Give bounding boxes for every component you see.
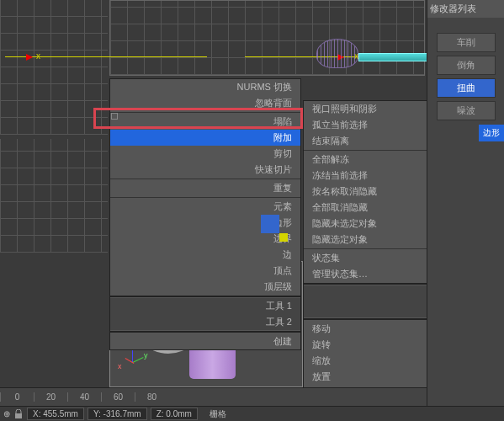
menu-item-edge[interactable]: 边 bbox=[110, 247, 300, 263]
modifier-noise-button[interactable]: 噪波 bbox=[437, 101, 496, 120]
menu-tools-1[interactable]: 工具 1 bbox=[110, 298, 300, 314]
torus-object[interactable] bbox=[316, 39, 358, 68]
timeline-tick: 40 bbox=[67, 392, 101, 402]
arrow-icon bbox=[26, 54, 33, 61]
panel-title: 修改器列表 bbox=[427, 0, 504, 18]
menu-item-create[interactable]: 创建 bbox=[110, 333, 300, 349]
panel-tab-polygon[interactable]: 边形 bbox=[479, 125, 504, 141]
modifier-lathe-button[interactable]: 车削 bbox=[437, 33, 496, 52]
x-axis-label: x bbox=[118, 362, 122, 370]
selection-lock-icon[interactable]: ⊕ bbox=[3, 409, 10, 418]
coord-y[interactable]: Y: -316.7mm bbox=[88, 408, 147, 420]
viewport-top-left[interactable] bbox=[0, 0, 108, 135]
modifier-twist-button[interactable]: 扭曲 bbox=[437, 78, 496, 98]
lock-icon[interactable] bbox=[13, 409, 24, 419]
menu-item-ignore-backfacing[interactable]: 忽略背面 bbox=[110, 95, 300, 111]
menu-item-vertex[interactable]: 顶点 bbox=[110, 263, 300, 279]
modifier-panel: 修改器列表 车削 倒角 扭曲 噪波 边形 bbox=[427, 0, 504, 421]
grid-label: 栅格 bbox=[210, 408, 226, 420]
quad-menu-center bbox=[261, 215, 279, 233]
viewport-top-right[interactable]: x x bbox=[109, 0, 425, 76]
timeline-tick: 20 bbox=[34, 392, 67, 402]
axis-line bbox=[5, 56, 207, 57]
viewport-mid-left[interactable] bbox=[0, 139, 108, 253]
timeline[interactable]: 0 20 40 60 80 bbox=[0, 387, 427, 406]
menu-item-attach[interactable]: 附加 bbox=[110, 130, 300, 146]
svg-rect-0 bbox=[15, 413, 22, 418]
menu-item-cut[interactable]: 剪切 bbox=[110, 146, 300, 162]
menu-item-nurms[interactable]: NURMS 切换 bbox=[110, 79, 300, 95]
menu-item-repeat[interactable]: 重复 bbox=[110, 180, 300, 196]
coord-z[interactable]: Z: 0.0mm bbox=[151, 408, 198, 420]
menu-item-quickslice[interactable]: 快速切片 bbox=[110, 162, 300, 178]
timeline-tick: 80 bbox=[135, 392, 168, 402]
menu-tools-2[interactable]: 工具 2 bbox=[110, 314, 300, 330]
menu-item-toplevel[interactable]: 顶层级 bbox=[110, 279, 300, 295]
y-axis-label: y bbox=[144, 351, 148, 360]
timeline-tick: 0 bbox=[0, 392, 34, 402]
modifier-bevel-button[interactable]: 倒角 bbox=[437, 56, 496, 75]
axis-gizmo: z y x bbox=[122, 349, 147, 375]
menu-item-collapse[interactable]: 塌陷 bbox=[110, 114, 300, 130]
menu-option-box[interactable] bbox=[111, 113, 118, 120]
menu-item-element[interactable]: 元素 bbox=[110, 199, 300, 215]
timeline-tick: 60 bbox=[101, 392, 135, 402]
coord-x[interactable]: X: 455.5mm bbox=[27, 408, 84, 420]
status-bar: ⊕ X: 455.5mm Y: -316.7mm Z: 0.0mm 栅格 bbox=[0, 406, 504, 421]
cylinder-object[interactable] bbox=[358, 53, 430, 61]
axis-label: x bbox=[36, 51, 40, 61]
